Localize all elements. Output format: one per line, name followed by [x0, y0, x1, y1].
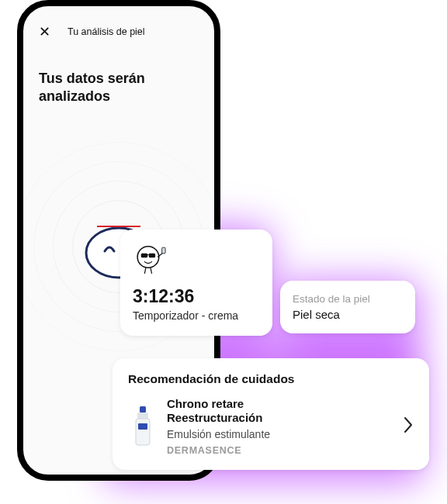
headline: Tus datos serán analizados — [39, 70, 199, 106]
chevron-right-icon[interactable] — [403, 416, 414, 437]
svg-rect-3 — [141, 254, 147, 257]
svg-line-6 — [144, 268, 146, 274]
recommendation-row[interactable]: Chrono retare Reestructuración Emulsión … — [128, 397, 414, 456]
svg-rect-13 — [138, 423, 147, 430]
close-icon[interactable]: ✕ — [39, 25, 50, 39]
skin-state-caption: Estado de la piel — [293, 293, 403, 305]
svg-point-2 — [137, 247, 159, 268]
svg-rect-9 — [162, 247, 166, 254]
skin-state-card[interactable]: Estado de la piel Piel seca — [280, 281, 415, 333]
timer-card[interactable]: 3:12:36 Temporizador - crema — [120, 230, 272, 336]
product-name: Chrono retare Reestructuración — [167, 397, 393, 425]
svg-rect-11 — [137, 413, 148, 419]
svg-rect-4 — [149, 254, 155, 257]
svg-rect-10 — [140, 406, 146, 413]
sunglasses-character-icon — [133, 240, 168, 276]
product-subtitle: Emulsión estimulante — [167, 428, 393, 440]
phone-header: ✕ Tu análisis de piel — [39, 25, 199, 39]
timer-label: Temporizador - crema — [133, 309, 260, 323]
svg-line-7 — [151, 268, 152, 274]
bottle-icon — [133, 406, 153, 447]
skin-state-value: Piel seca — [293, 308, 403, 321]
product-brand: DERMASENCE — [167, 445, 393, 456]
recommendation-card[interactable]: Recomendación de cuidados Chrono retare … — [113, 358, 429, 470]
screen-title: Tu análisis de piel — [68, 26, 145, 37]
recommendation-title: Recomendación de cuidados — [128, 372, 414, 386]
svg-rect-12 — [136, 419, 150, 445]
timer-value: 3:12:36 — [133, 287, 260, 306]
product-thumbnail — [128, 403, 158, 450]
